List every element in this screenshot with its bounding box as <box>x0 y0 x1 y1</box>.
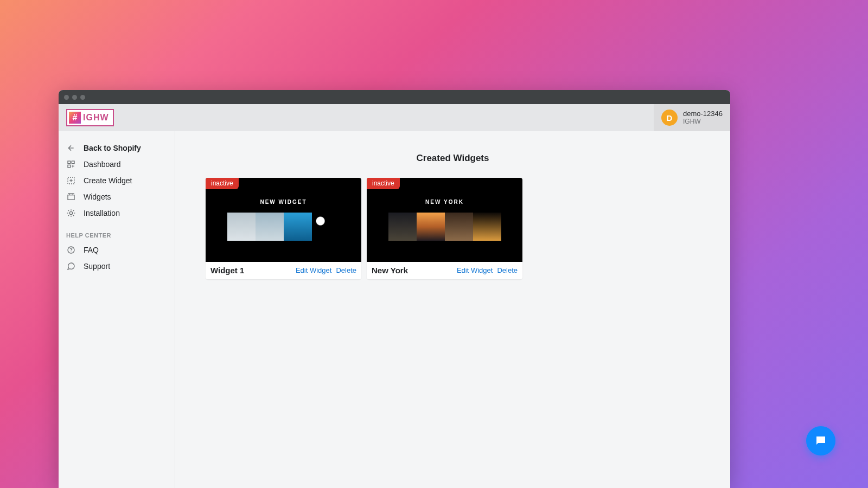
avatar: D <box>661 110 678 126</box>
sidebar-item-create-widget[interactable]: Create Widget <box>59 172 175 189</box>
sidebar-item-label: FAQ <box>84 246 99 254</box>
logo-hash-icon: # <box>69 112 81 124</box>
sidebar-item-label: Widgets <box>84 192 111 201</box>
sidebar: Back to Shopify Dashboard Create Widget <box>59 131 175 488</box>
sidebar-item-faq[interactable]: FAQ <box>59 242 175 258</box>
sidebar-item-label: Support <box>84 262 110 271</box>
delete-widget-link[interactable]: Delete <box>336 266 356 274</box>
svg-line-19 <box>68 215 69 216</box>
topbar: # IGHW D demo-12346 IGHW <box>59 104 730 131</box>
create-icon <box>66 176 76 185</box>
widget-preview[interactable]: inactive NEW WIDGET <box>206 178 361 262</box>
chat-fab[interactable] <box>806 426 835 455</box>
widget-name: Widget 1 <box>210 266 244 275</box>
sidebar-item-label: Dashboard <box>84 160 121 169</box>
install-icon <box>66 208 76 218</box>
widget-card: inactive NEW YORK New York <box>367 178 522 279</box>
widget-card-footer: Widget 1 Edit Widget Delete <box>206 262 361 279</box>
window-dot <box>64 95 69 100</box>
svg-rect-9 <box>68 195 74 200</box>
chat-icon <box>66 261 76 271</box>
chat-bubble-icon <box>814 434 827 447</box>
thumb-image <box>284 213 312 241</box>
svg-rect-3 <box>68 165 71 168</box>
dashboard-icon <box>66 159 76 169</box>
svg-point-23 <box>71 252 71 252</box>
edit-widget-link[interactable]: Edit Widget <box>457 266 493 274</box>
main-content: Created Widgets inactive NEW WIDGET <box>175 131 730 488</box>
sidebar-section-header: HELP CENTER <box>59 221 175 242</box>
arrow-left-icon <box>66 143 76 153</box>
widget-grid: inactive NEW WIDGET Widget 1 <box>206 178 700 279</box>
svg-line-20 <box>73 215 74 216</box>
svg-rect-1 <box>68 161 71 164</box>
widget-card: inactive NEW WIDGET Widget 1 <box>206 178 361 279</box>
logo-text: IGHW <box>83 113 109 123</box>
account-text: demo-12346 IGHW <box>683 110 723 126</box>
sidebar-item-label: Installation <box>84 209 120 217</box>
window-dot <box>80 95 85 100</box>
delete-widget-link[interactable]: Delete <box>497 266 518 274</box>
thumb-image <box>445 213 473 241</box>
svg-line-18 <box>73 210 74 211</box>
widget-card-footer: New York Edit Widget Delete <box>367 262 522 279</box>
thumb-image <box>473 213 501 241</box>
sidebar-item-label: Create Widget <box>84 176 132 185</box>
account-sub: IGHW <box>683 118 723 126</box>
svg-rect-2 <box>72 161 74 164</box>
thumb-image <box>417 213 445 241</box>
preview-title: NEW WIDGET <box>260 199 307 205</box>
sidebar-item-back[interactable]: Back to Shopify <box>59 140 175 156</box>
app-logo[interactable]: # IGHW <box>66 109 114 126</box>
window-titlebar <box>59 90 730 104</box>
account-menu[interactable]: D demo-12346 IGHW <box>654 104 730 131</box>
thumb-image <box>388 213 417 241</box>
thumb-image <box>256 213 284 241</box>
status-badge: inactive <box>367 178 400 189</box>
window-dot <box>72 95 77 100</box>
preview-thumbs <box>227 213 340 241</box>
svg-line-21 <box>68 210 69 211</box>
sidebar-item-dashboard[interactable]: Dashboard <box>59 156 175 172</box>
edit-widget-link[interactable]: Edit Widget <box>296 266 331 274</box>
status-badge: inactive <box>206 178 239 189</box>
thumb-image <box>227 213 256 241</box>
preview-title: NEW YORK <box>425 199 464 205</box>
sidebar-item-support[interactable]: Support <box>59 258 175 274</box>
sidebar-item-widgets[interactable]: Widgets <box>59 189 175 205</box>
widget-preview[interactable]: inactive NEW YORK <box>367 178 522 262</box>
thumb-image <box>312 213 340 241</box>
app-window: # IGHW D demo-12346 IGHW Back to Shopify <box>59 90 730 488</box>
account-name: demo-12346 <box>683 110 723 118</box>
page-title: Created Widgets <box>206 153 700 164</box>
sidebar-item-label: Back to Shopify <box>84 144 141 152</box>
preview-thumbs <box>388 213 501 241</box>
widget-name: New York <box>372 266 408 275</box>
question-icon <box>66 245 76 255</box>
widgets-icon <box>66 192 76 202</box>
sidebar-item-installation[interactable]: Installation <box>59 205 175 221</box>
svg-point-13 <box>69 211 72 214</box>
